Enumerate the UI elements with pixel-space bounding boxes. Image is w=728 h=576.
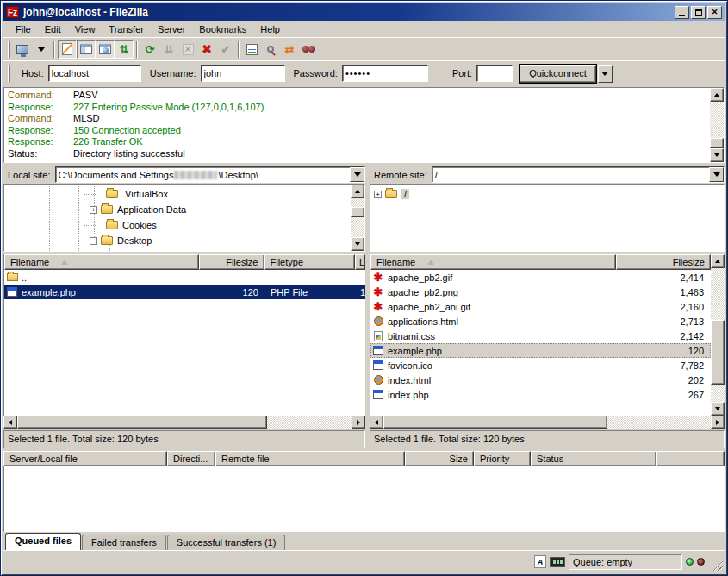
scrollbar-thumb[interactable]: [351, 207, 364, 217]
menu-help[interactable]: Help: [253, 22, 287, 36]
column-priority[interactable]: Priority: [474, 451, 531, 466]
menu-edit[interactable]: Edit: [38, 22, 68, 36]
table-row[interactable]: index.html 202: [370, 373, 711, 387]
maximize-button[interactable]: [691, 6, 706, 19]
remote-site-combo[interactable]: /: [432, 166, 725, 183]
combo-dropdown-button[interactable]: [709, 167, 724, 182]
toggle-message-log-button[interactable]: [58, 40, 77, 59]
table-row[interactable]: index.php 267: [370, 387, 711, 402]
scroll-down-button[interactable]: [710, 148, 724, 162]
tree-item-desktop[interactable]: − Desktop: [90, 233, 152, 248]
resize-grip[interactable]: [712, 560, 723, 571]
app-icon[interactable]: Fz: [6, 6, 19, 18]
table-row[interactable]: favicon.ico 7,782: [370, 358, 711, 373]
username-input[interactable]: [201, 65, 285, 82]
column-server-local-file[interactable]: Server/Local file: [3, 451, 167, 466]
table-row[interactable]: ✱apache_pb2.gif 2,414: [370, 270, 711, 285]
menu-server[interactable]: Server: [151, 22, 192, 36]
scroll-down-button[interactable]: [351, 237, 364, 251]
scroll-up-button[interactable]: [351, 185, 364, 198]
toolbar-grip[interactable]: [8, 41, 10, 58]
menu-file[interactable]: File: [9, 22, 38, 36]
tab-queued-files[interactable]: Queued files: [5, 533, 81, 550]
table-row-example-php-selected[interactable]: example.php 120 PHP File 1: [4, 285, 365, 299]
menu-transfer[interactable]: Transfer: [102, 22, 151, 36]
combo-dropdown-button[interactable]: [350, 167, 364, 182]
scrollbar-thumb[interactable]: [710, 138, 724, 148]
toggle-local-tree-button[interactable]: [77, 40, 96, 59]
expand-plus-icon[interactable]: +: [90, 206, 97, 214]
scroll-down-button[interactable]: [711, 402, 725, 416]
table-row[interactable]: ✱apache_pb2.png 1,463: [370, 285, 711, 299]
local-tree-vertical-scrollbar[interactable]: [351, 185, 364, 251]
quickconnect-dropdown[interactable]: [598, 65, 613, 83]
synchronized-browsing-button[interactable]: ⇄: [280, 40, 299, 59]
minimize-button[interactable]: [675, 6, 689, 19]
cancel-operation-button[interactable]: ✕: [178, 40, 197, 59]
tree-item-application-data[interactable]: + Application Data: [90, 202, 186, 217]
filter-button[interactable]: [242, 40, 261, 59]
column-filename[interactable]: Filename: [370, 254, 616, 270]
close-button[interactable]: ✕: [707, 6, 722, 19]
refresh-button[interactable]: ⟳: [140, 40, 159, 59]
remote-horizontal-scrollbar[interactable]: [370, 416, 725, 429]
local-tree-area[interactable]: .VirtualBox + Application Data Cookies −…: [4, 185, 351, 251]
port-input[interactable]: [476, 65, 513, 82]
column-size[interactable]: Size: [405, 451, 474, 466]
column-filetype[interactable]: Filetype: [264, 254, 356, 270]
column-filesize[interactable]: Filesize: [199, 254, 264, 270]
local-horizontal-scrollbar[interactable]: [3, 416, 365, 429]
scrollbar-thumb[interactable]: [17, 416, 267, 429]
remote-tree-area[interactable]: + /: [370, 185, 724, 251]
password-input[interactable]: [342, 65, 428, 82]
find-files-button[interactable]: [299, 40, 318, 59]
site-manager-button[interactable]: [13, 40, 32, 59]
disconnect-button[interactable]: ✖: [197, 40, 216, 59]
directory-comparison-button[interactable]: [261, 40, 280, 59]
scroll-left-button[interactable]: [3, 416, 17, 429]
scrollbar-thumb[interactable]: [711, 320, 725, 385]
column-filesize[interactable]: Filesize: [616, 254, 711, 270]
column-direction[interactable]: Directi...: [167, 451, 215, 466]
tree-item-root[interactable]: + /: [374, 186, 409, 202]
menu-bookmarks[interactable]: Bookmarks: [192, 22, 253, 36]
tab-failed-transfers[interactable]: Failed transfers: [82, 535, 166, 550]
column-status[interactable]: Status: [531, 451, 656, 466]
column-last-modified[interactable]: L: [355, 254, 365, 270]
site-manager-dropdown[interactable]: [32, 40, 51, 59]
local-site-row: Local site: C:\Documents and Settings\De…: [3, 166, 365, 184]
process-queue-button[interactable]: ⇊: [159, 40, 178, 59]
log-vertical-scrollbar[interactable]: [710, 88, 724, 162]
reconnect-button[interactable]: ✔: [216, 40, 235, 59]
toggle-transfer-queue-button[interactable]: ⇅: [115, 40, 134, 59]
table-row-example-php-selected[interactable]: example.php 120: [370, 343, 711, 358]
quickconnect-button[interactable]: Quickconnect: [520, 65, 596, 83]
host-input[interactable]: [48, 65, 141, 82]
scroll-left-button[interactable]: [370, 416, 383, 429]
toggle-remote-tree-button[interactable]: [96, 40, 115, 59]
scrollbar-thumb[interactable]: [383, 416, 607, 429]
tree-item-cookies[interactable]: Cookies: [106, 217, 157, 233]
menu-view[interactable]: View: [68, 22, 103, 36]
table-row[interactable]: ✱apache_pb2_ani.gif 2,160: [370, 299, 711, 314]
scroll-right-button[interactable]: [352, 416, 365, 429]
table-row[interactable]: applications.html 2,713: [370, 314, 711, 329]
collapse-minus-icon[interactable]: −: [90, 237, 97, 245]
local-site-combo[interactable]: C:\Documents and Settings\Desktop\: [55, 166, 365, 183]
quickconnect-grip[interactable]: [8, 65, 10, 82]
arrow-up-icon: [714, 91, 719, 97]
queue-body[interactable]: [3, 466, 725, 532]
scroll-up-button[interactable]: [710, 88, 724, 102]
tree-item-virtualbox[interactable]: .VirtualBox: [106, 186, 168, 202]
table-row[interactable]: bitnami.css 2,142: [370, 329, 711, 343]
column-filename[interactable]: Filename: [4, 254, 199, 270]
transfer-type-icon[interactable]: A: [534, 555, 546, 568]
scroll-right-button[interactable]: [711, 416, 725, 429]
column-remote-file[interactable]: Remote file: [215, 451, 405, 466]
scroll-up-button[interactable]: [711, 254, 725, 268]
speed-limits-icon[interactable]: [550, 557, 565, 567]
table-row-parent-dir[interactable]: ..: [4, 270, 365, 285]
tab-successful-transfers[interactable]: Successful transfers (1): [167, 535, 286, 550]
remote-list-vertical-scrollbar[interactable]: [711, 254, 725, 416]
expand-plus-icon[interactable]: +: [374, 191, 382, 198]
